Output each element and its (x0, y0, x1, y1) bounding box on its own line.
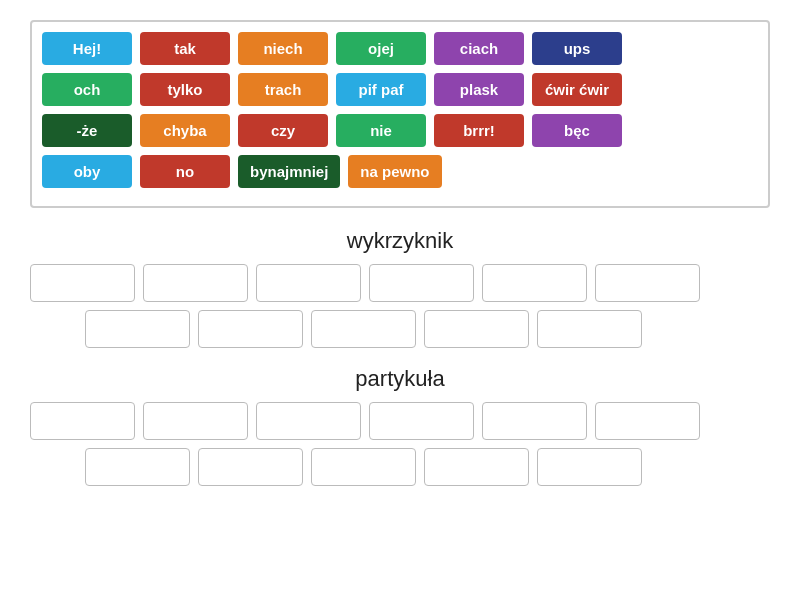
drop-box-1-2-2[interactable] (311, 448, 416, 486)
word-tile-2-2[interactable]: czy (238, 114, 328, 147)
word-bank-row-1: ochtylkotrachpif pafplaskćwir ćwir (42, 73, 758, 106)
word-tile-3-2[interactable]: bynajmniej (238, 155, 340, 188)
drop-box-0-2-0[interactable] (85, 310, 190, 348)
category-title-0: wykrzyknik (30, 228, 770, 254)
category-section-1: partykuła (30, 366, 770, 486)
drop-box-0-1-4[interactable] (482, 264, 587, 302)
drop-box-0-2-2[interactable] (311, 310, 416, 348)
word-tile-3-0[interactable]: oby (42, 155, 132, 188)
drop-box-0-2-3[interactable] (424, 310, 529, 348)
word-tile-0-3[interactable]: ojej (336, 32, 426, 65)
drop-box-0-1-0[interactable] (30, 264, 135, 302)
word-tile-0-4[interactable]: ciach (434, 32, 524, 65)
drop-box-0-1-3[interactable] (369, 264, 474, 302)
word-tile-0-0[interactable]: Hej! (42, 32, 132, 65)
category-section-0: wykrzyknik (30, 228, 770, 348)
word-tile-2-0[interactable]: -że (42, 114, 132, 147)
word-tile-0-5[interactable]: ups (532, 32, 622, 65)
word-bank: Hej!takniechojejciachupsochtylkotrachpif… (30, 20, 770, 208)
drop-row-0-1 (30, 264, 770, 302)
word-tile-1-3[interactable]: pif paf (336, 73, 426, 106)
drop-box-0-1-1[interactable] (143, 264, 248, 302)
word-bank-row-0: Hej!takniechojejciachups (42, 32, 758, 65)
drop-box-0-1-2[interactable] (256, 264, 361, 302)
word-tile-2-3[interactable]: nie (336, 114, 426, 147)
drop-box-0-1-5[interactable] (595, 264, 700, 302)
drop-box-1-1-1[interactable] (143, 402, 248, 440)
word-bank-row-3: obynobynajmniejna pewno (42, 155, 758, 188)
word-bank-row-2: -żechybaczyniebrrr!bęc (42, 114, 758, 147)
word-tile-0-2[interactable]: niech (238, 32, 328, 65)
drop-row-1-2 (30, 448, 770, 486)
word-tile-3-1[interactable]: no (140, 155, 230, 188)
drop-row-1-1 (30, 402, 770, 440)
word-tile-2-5[interactable]: bęc (532, 114, 622, 147)
word-tile-3-3[interactable]: na pewno (348, 155, 441, 188)
word-tile-2-4[interactable]: brrr! (434, 114, 524, 147)
drop-box-1-2-3[interactable] (424, 448, 529, 486)
drop-box-0-2-1[interactable] (198, 310, 303, 348)
drop-box-0-2-4[interactable] (537, 310, 642, 348)
drop-box-1-1-2[interactable] (256, 402, 361, 440)
categories-container: wykrzyknikpartykuła (30, 228, 770, 486)
drop-box-1-1-5[interactable] (595, 402, 700, 440)
word-tile-2-1[interactable]: chyba (140, 114, 230, 147)
drop-box-1-2-4[interactable] (537, 448, 642, 486)
main-container: Hej!takniechojejciachupsochtylkotrachpif… (0, 0, 800, 524)
word-tile-0-1[interactable]: tak (140, 32, 230, 65)
drop-box-1-1-3[interactable] (369, 402, 474, 440)
drop-box-1-1-0[interactable] (30, 402, 135, 440)
word-tile-1-0[interactable]: och (42, 73, 132, 106)
word-tile-1-1[interactable]: tylko (140, 73, 230, 106)
category-title-1: partykuła (30, 366, 770, 392)
drop-row-0-2 (30, 310, 770, 348)
word-tile-1-4[interactable]: plask (434, 73, 524, 106)
drop-box-1-1-4[interactable] (482, 402, 587, 440)
drop-box-1-2-0[interactable] (85, 448, 190, 486)
word-tile-1-5[interactable]: ćwir ćwir (532, 73, 622, 106)
word-tile-1-2[interactable]: trach (238, 73, 328, 106)
drop-box-1-2-1[interactable] (198, 448, 303, 486)
